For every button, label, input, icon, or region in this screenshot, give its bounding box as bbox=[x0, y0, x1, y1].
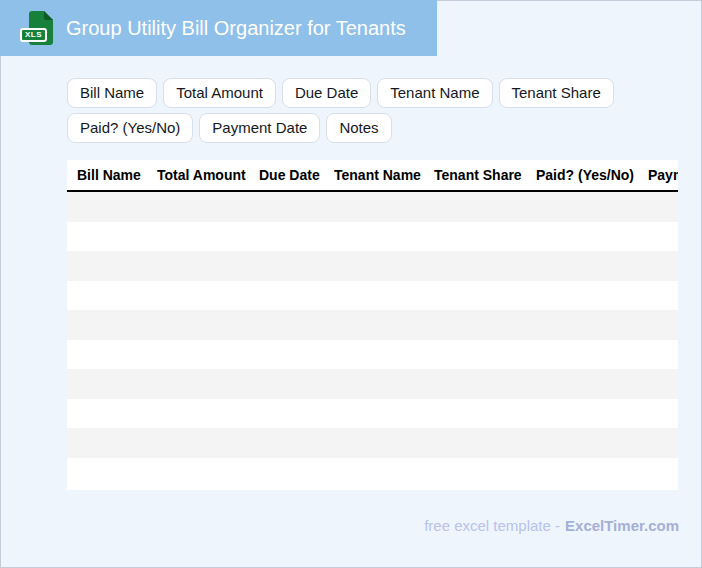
table-cell bbox=[641, 399, 678, 429]
column-header-bill-name: Bill Name bbox=[67, 160, 150, 191]
table-cell bbox=[641, 191, 678, 222]
column-header-tenant-name: Tenant Name bbox=[327, 160, 427, 191]
field-chip-payment-date[interactable]: Payment Date bbox=[199, 113, 320, 143]
field-chip-bill-name[interactable]: Bill Name bbox=[67, 78, 157, 108]
table-cell bbox=[252, 222, 327, 252]
table-cell bbox=[252, 369, 327, 399]
table-cell bbox=[427, 428, 529, 458]
table-cell bbox=[641, 340, 678, 370]
footer-caption: free excel template -ExcelTimer.com bbox=[424, 517, 679, 534]
table-cell bbox=[150, 222, 252, 252]
table-cell bbox=[252, 281, 327, 311]
column-header-total-amount: Total Amount bbox=[150, 160, 252, 191]
field-chip-tenant-name[interactable]: Tenant Name bbox=[377, 78, 492, 108]
preview-table: Bill NameTotal AmountDue DateTenant Name… bbox=[67, 160, 678, 487]
table-cell bbox=[529, 310, 641, 340]
field-chip-due-date[interactable]: Due Date bbox=[282, 78, 371, 108]
table-cell bbox=[252, 310, 327, 340]
column-header-payment-date: Payment Date bbox=[641, 160, 678, 191]
table-row bbox=[67, 222, 678, 252]
table-cell bbox=[641, 369, 678, 399]
field-chip-tenant-share[interactable]: Tenant Share bbox=[499, 78, 614, 108]
table-cell bbox=[327, 251, 427, 281]
table-cell bbox=[150, 369, 252, 399]
table-cell bbox=[150, 340, 252, 370]
table-cell bbox=[427, 222, 529, 252]
table-cell bbox=[327, 222, 427, 252]
table-cell bbox=[150, 399, 252, 429]
xls-file-icon: XLS bbox=[29, 11, 53, 45]
table-cell bbox=[529, 369, 641, 399]
table-cell bbox=[427, 399, 529, 429]
table-cell bbox=[641, 222, 678, 252]
table-cell bbox=[427, 251, 529, 281]
column-header-paid-yes-no: Paid? (Yes/No) bbox=[529, 160, 641, 191]
table-row bbox=[67, 281, 678, 311]
footer-brand-link[interactable]: ExcelTimer.com bbox=[565, 517, 679, 534]
table-cell bbox=[641, 310, 678, 340]
preview-table-container: Bill NameTotal AmountDue DateTenant Name… bbox=[67, 160, 678, 490]
table-cell bbox=[67, 281, 150, 311]
field-chip-total-amount[interactable]: Total Amount bbox=[163, 78, 276, 108]
table-cell bbox=[150, 281, 252, 311]
table-cell bbox=[252, 458, 327, 488]
table-cell bbox=[427, 310, 529, 340]
table-cell bbox=[529, 281, 641, 311]
table-cell bbox=[327, 399, 427, 429]
table-cell bbox=[67, 310, 150, 340]
table-row bbox=[67, 340, 678, 370]
table-cell bbox=[252, 428, 327, 458]
table-cell bbox=[529, 191, 641, 222]
table-cell bbox=[252, 399, 327, 429]
table-cell bbox=[67, 191, 150, 222]
table-row bbox=[67, 310, 678, 340]
table-cell bbox=[327, 458, 427, 488]
table-cell bbox=[529, 428, 641, 458]
field-chip-paid-yes-no[interactable]: Paid? (Yes/No) bbox=[67, 113, 193, 143]
table-cell bbox=[529, 251, 641, 281]
table-cell bbox=[252, 340, 327, 370]
table-cell bbox=[252, 251, 327, 281]
table-row bbox=[67, 191, 678, 222]
table-cell bbox=[150, 251, 252, 281]
table-row bbox=[67, 399, 678, 429]
table-cell bbox=[67, 399, 150, 429]
table-cell bbox=[327, 310, 427, 340]
table-cell bbox=[641, 458, 678, 488]
table-cell bbox=[67, 340, 150, 370]
table-cell bbox=[427, 191, 529, 222]
field-chip-notes[interactable]: Notes bbox=[326, 113, 391, 143]
table-cell bbox=[529, 222, 641, 252]
table-cell bbox=[150, 458, 252, 488]
column-header-tenant-share: Tenant Share bbox=[427, 160, 529, 191]
table-cell bbox=[327, 428, 427, 458]
table-row bbox=[67, 428, 678, 458]
table-cell bbox=[67, 428, 150, 458]
table-cell bbox=[67, 251, 150, 281]
table-cell bbox=[427, 369, 529, 399]
table-cell bbox=[327, 281, 427, 311]
table-cell bbox=[67, 369, 150, 399]
table-cell bbox=[327, 340, 427, 370]
table-cell bbox=[427, 458, 529, 488]
xls-badge: XLS bbox=[20, 28, 47, 42]
table-cell bbox=[529, 340, 641, 370]
column-header-due-date: Due Date bbox=[252, 160, 327, 191]
table-cell bbox=[327, 191, 427, 222]
table-cell bbox=[641, 428, 678, 458]
table-cell bbox=[327, 369, 427, 399]
field-chips: Bill NameTotal AmountDue DateTenant Name… bbox=[67, 78, 652, 143]
table-cell bbox=[641, 281, 678, 311]
table-cell bbox=[150, 428, 252, 458]
table-cell bbox=[67, 458, 150, 488]
table-cell bbox=[67, 222, 150, 252]
table-cell bbox=[150, 191, 252, 222]
table-cell bbox=[529, 458, 641, 488]
table-cell bbox=[427, 340, 529, 370]
table-row bbox=[67, 369, 678, 399]
table-body bbox=[67, 191, 678, 487]
table-cell bbox=[252, 191, 327, 222]
table-cell bbox=[150, 310, 252, 340]
footer-text: free excel template - bbox=[424, 517, 560, 534]
table-cell bbox=[427, 281, 529, 311]
